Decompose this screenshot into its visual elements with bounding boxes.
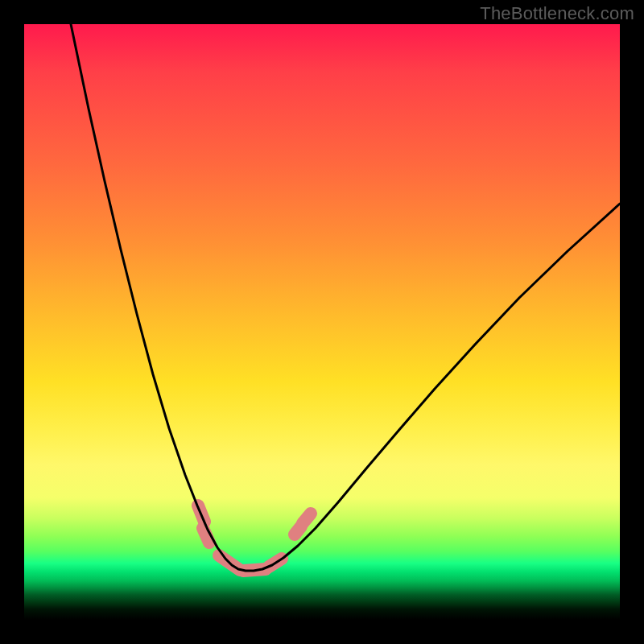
chart-frame: TheBottleneck.com bbox=[0, 0, 644, 644]
plot-area bbox=[24, 24, 620, 620]
background-gradient bbox=[24, 24, 620, 620]
watermark-label: TheBottleneck.com bbox=[480, 3, 634, 24]
